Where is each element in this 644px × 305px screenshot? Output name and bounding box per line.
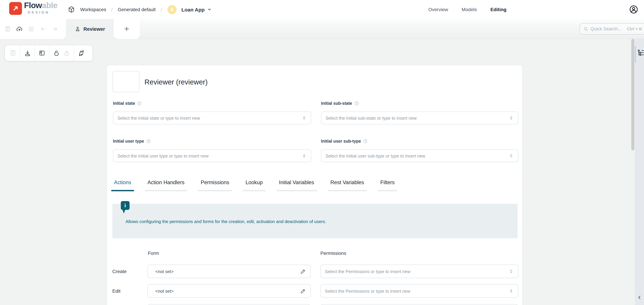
create-form-field[interactable]: <not set> <box>148 265 310 278</box>
breadcrumb-workspaces[interactable]: Workspaces <box>80 7 106 12</box>
field-label: Initial user type <box>113 139 144 144</box>
question-circle-icon[interactable] <box>354 101 359 106</box>
tab-initial-variables[interactable]: Initial Variables <box>276 179 317 191</box>
quick-search-input[interactable] <box>590 26 625 32</box>
workspace-package-icon <box>68 6 75 13</box>
row-label-create: Create <box>112 269 126 274</box>
plus-icon <box>124 26 130 32</box>
breadcrumb-separator: / <box>161 6 162 12</box>
updown-chevrons-icon <box>508 153 514 159</box>
close-square-icon[interactable] <box>27 24 36 33</box>
undo-arrow-left-icon[interactable] <box>38 24 47 33</box>
toolbar-divider <box>49 45 50 61</box>
partial-form-field[interactable] <box>148 304 310 305</box>
tab-actions[interactable]: Actions <box>111 179 134 191</box>
initial-sub-state-select[interactable]: Select the Initial sub-state or type to … <box>321 111 518 124</box>
updown-chevrons-icon <box>302 115 307 121</box>
initial-user-sub-type-select[interactable]: Select the Initial user sub-type or type… <box>321 149 518 162</box>
top-header: Flowable DESIGN Workspaces / Generated d… <box>0 0 644 19</box>
app-window: Flowable DESIGN Workspaces / Generated d… <box>0 0 644 305</box>
app-badge-icon: $ <box>168 5 176 14</box>
collapse-panel-button[interactable] <box>637 295 642 300</box>
tab-permissions[interactable]: Permissions <box>198 179 232 191</box>
document-toolbar <box>0 19 66 39</box>
user-avatar[interactable] <box>629 5 638 14</box>
pencil-icon[interactable] <box>300 288 306 294</box>
form-value: <not set> <box>155 269 300 274</box>
breadcrumb-folder[interactable]: Generated default <box>118 7 156 12</box>
split-panel-icon[interactable] <box>37 45 47 61</box>
toolbar-divider <box>74 45 74 61</box>
model-editor-card: Reviewer (reviewer) Initial state Select… <box>106 65 523 305</box>
nav-editing[interactable]: Editing <box>490 7 506 12</box>
field-initial-user-type: Initial user type Select the Initial use… <box>113 139 311 144</box>
save-icon[interactable] <box>3 24 12 33</box>
breadcrumb: Workspaces / Generated default / $ Loan … <box>68 0 212 19</box>
cloud-upload-icon[interactable] <box>15 24 24 33</box>
right-panel <box>635 39 644 305</box>
column-header-form: Form <box>148 251 159 256</box>
breadcrumb-separator: / <box>111 6 113 12</box>
form-value: <not set> <box>155 289 300 294</box>
canvas-toolbar <box>5 45 92 61</box>
tab-rest-variables[interactable]: Rest Variables <box>328 179 367 191</box>
edit-form-field[interactable]: <not set> <box>148 284 310 298</box>
chevron-down-icon[interactable] <box>207 7 212 12</box>
question-circle-icon[interactable] <box>146 139 151 144</box>
tab-reviewer[interactable]: Reviewer <box>66 19 114 39</box>
toolbar-divider <box>20 45 20 61</box>
initial-state-select[interactable]: Select the Initial state or type to inse… <box>113 111 311 124</box>
add-tab-button[interactable] <box>124 26 130 32</box>
updown-chevrons-icon <box>508 115 514 121</box>
brand-subtitle: DESIGN <box>24 10 57 14</box>
page-title: Reviewer (reviewer) <box>144 77 208 87</box>
model-image-placeholder[interactable] <box>113 71 140 92</box>
partial-permissions-select[interactable] <box>320 304 518 305</box>
brand-wordmark: Flowable <box>24 1 57 9</box>
tab-lookup[interactable]: Lookup <box>243 179 266 191</box>
question-circle-icon[interactable] <box>363 139 368 144</box>
compare-icon[interactable] <box>76 45 86 61</box>
tab-filters[interactable]: Filters <box>378 179 397 191</box>
user-icon <box>74 26 80 32</box>
field-label: Initial user sub-type <box>321 139 361 144</box>
create-permissions-select[interactable]: Select the Permissions or type to insert… <box>320 265 518 278</box>
updown-chevrons-icon <box>508 288 514 294</box>
info-banner: i Allows configuring the permissions and… <box>112 204 518 238</box>
main-nav: Overview Models Editing <box>428 0 506 19</box>
flowable-logo-icon <box>9 2 22 15</box>
add-tab-area <box>114 19 140 39</box>
chevron-left-icon <box>637 295 642 300</box>
tab-label: Reviewer <box>84 26 105 31</box>
search-icon <box>583 26 588 31</box>
save-icon[interactable] <box>8 45 18 61</box>
flowable-logo[interactable]: Flowable DESIGN <box>9 1 57 15</box>
tab-bar: Reviewer Ctrl + K <box>0 19 644 39</box>
download-icon[interactable] <box>22 45 32 61</box>
nav-overview[interactable]: Overview <box>428 7 448 12</box>
updown-chevrons-icon <box>508 269 514 274</box>
field-initial-state: Initial state Select the Initial state o… <box>113 101 311 106</box>
editor-tabs: Actions Action Handlers Permissions Look… <box>111 179 397 191</box>
field-label: Initial state <box>113 101 135 106</box>
breadcrumb-app-name[interactable]: Loan App <box>181 6 204 12</box>
model-tree-icon[interactable] <box>637 49 644 57</box>
info-bubble-icon: i <box>121 201 130 210</box>
search-shortcut-hint: Ctrl + K <box>627 26 642 31</box>
pencil-icon[interactable] <box>300 268 306 275</box>
toolbar-divider <box>34 45 35 61</box>
initial-user-type-select[interactable]: Select the Initial user type or type to … <box>113 149 311 162</box>
tab-action-handlers[interactable]: Action Handlers <box>145 179 187 191</box>
edit-permissions-select[interactable]: Select the Permissions or type to insert… <box>320 284 518 298</box>
field-initial-sub-state: Initial sub-state Select the Initial sub… <box>321 101 518 106</box>
unlock-icon[interactable] <box>52 45 62 61</box>
row-label-edit: Edit <box>112 288 120 294</box>
field-label: Initial sub-state <box>321 101 352 106</box>
lock-icon[interactable] <box>62 45 72 61</box>
redo-arrow-right-icon[interactable] <box>50 24 59 33</box>
question-circle-icon[interactable] <box>137 101 142 106</box>
column-header-permissions: Permissions <box>320 251 346 256</box>
field-initial-user-sub-type: Initial user sub-type Select the Initial… <box>321 139 518 144</box>
nav-models[interactable]: Models <box>462 7 477 12</box>
scrollbar[interactable] <box>631 39 634 150</box>
